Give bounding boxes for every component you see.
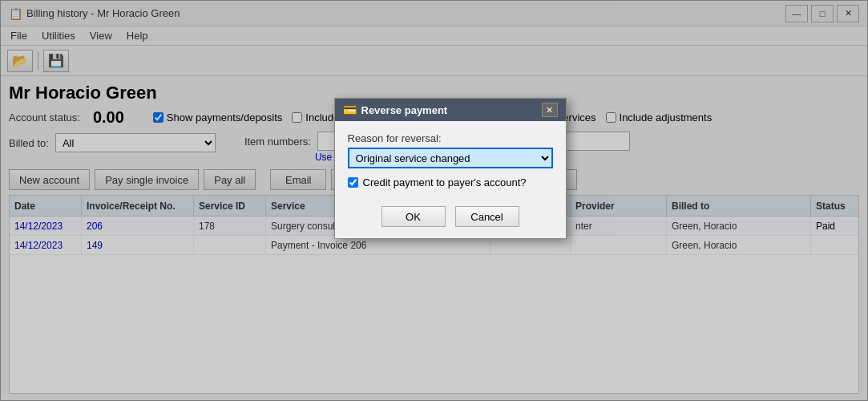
modal-close-button[interactable]: ✕ xyxy=(542,103,558,117)
modal-ok-button[interactable]: OK xyxy=(382,206,446,227)
reason-label: Reason for reversal: xyxy=(348,132,553,144)
modal-title-icon: 💳 xyxy=(343,103,357,116)
credit-payment-input[interactable] xyxy=(348,177,358,188)
modal-cancel-button[interactable]: Cancel xyxy=(455,206,519,227)
modal-title-bar: 💳 Reverse payment ✕ xyxy=(335,99,566,121)
reason-select[interactable]: Original service changed Other xyxy=(348,148,553,168)
reason-section: Reason for reversal: Original service ch… xyxy=(348,132,553,168)
modal-body: Reason for reversal: Original service ch… xyxy=(335,121,566,200)
modal-title-text: Reverse payment xyxy=(361,104,448,116)
reverse-payment-modal: 💳 Reverse payment ✕ Reason for reversal:… xyxy=(334,98,567,239)
modal-buttons: OK Cancel xyxy=(335,200,566,238)
modal-overlay: 💳 Reverse payment ✕ Reason for reversal:… xyxy=(0,0,868,401)
credit-payment-checkbox[interactable]: Credit payment to payer's account? xyxy=(348,176,553,188)
modal-title-left: 💳 Reverse payment xyxy=(343,103,448,116)
credit-payment-label: Credit payment to payer's account? xyxy=(363,176,527,188)
